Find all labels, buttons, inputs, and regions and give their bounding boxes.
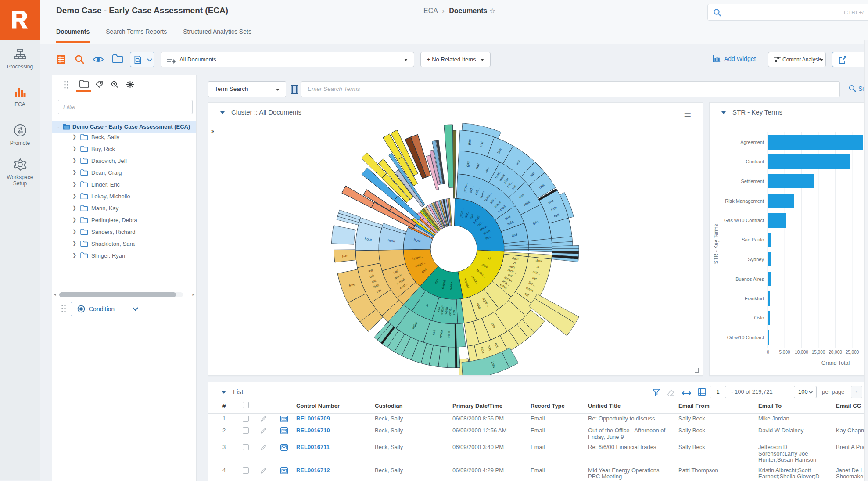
svg-text:Sydney: Sydney xyxy=(748,257,764,262)
svg-text:Gas w/10 Contract: Gas w/10 Contract xyxy=(724,218,764,223)
svg-text:Agreement: Agreement xyxy=(740,140,764,145)
svg-text:week: week xyxy=(449,281,453,290)
svg-text:Grand Total: Grand Total xyxy=(821,360,850,366)
svg-text:STR - Key Terms: STR - Key Terms xyxy=(713,224,719,264)
svg-text:Oslo: Oslo xyxy=(754,315,764,320)
svg-text:0: 0 xyxy=(767,350,769,355)
svg-text:Settlement: Settlement xyxy=(741,179,764,184)
svg-text:Oil w/10 Contract: Oil w/10 Contract xyxy=(727,335,764,340)
svg-text:5,000: 5,000 xyxy=(779,350,790,355)
svg-text:Risk Management: Risk Management xyxy=(725,198,764,204)
svg-text:hour: hour xyxy=(364,237,372,242)
svg-text:20,000: 20,000 xyxy=(829,350,842,355)
svg-text:10,000: 10,000 xyxy=(795,350,808,355)
svg-text:cont...: cont... xyxy=(448,307,452,316)
svg-text:sara: sara xyxy=(446,331,451,338)
svg-text:25,000: 25,000 xyxy=(846,350,859,355)
svg-text:15,000: 15,000 xyxy=(812,350,825,355)
svg-text:p.m: p.m xyxy=(342,254,348,258)
svg-text:gas: gas xyxy=(467,139,472,145)
svg-text:Frankfurt: Frankfurt xyxy=(745,296,764,301)
svg-text:rev...: rev... xyxy=(452,308,456,315)
svg-text:Sao Paulo: Sao Paulo xyxy=(742,237,764,242)
svg-text:Buenos Aires: Buenos Aires xyxy=(735,276,764,282)
svg-text:Contract: Contract xyxy=(746,159,764,164)
